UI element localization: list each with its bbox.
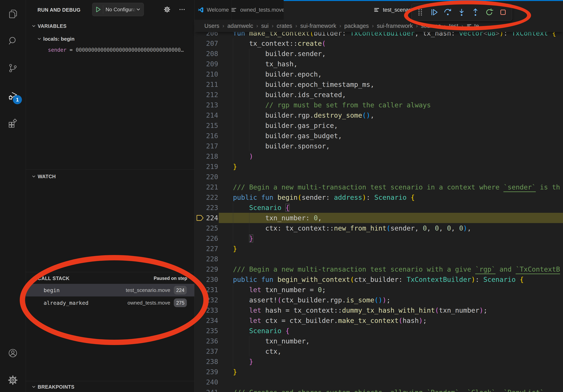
gear-icon[interactable] xyxy=(164,6,171,13)
activity-bar-item-accounts[interactable] xyxy=(8,348,18,358)
line-number[interactable]: 234 xyxy=(194,315,218,326)
line-number[interactable]: 239 xyxy=(194,367,218,377)
line-number[interactable]: 230 xyxy=(194,274,218,285)
line-number[interactable]: 233 xyxy=(194,305,218,315)
code-line-226[interactable]: 226 } xyxy=(194,233,563,244)
code-line-224[interactable]: 224 txn_number: 0, xyxy=(194,213,563,223)
activity-bar-item-source-control[interactable] xyxy=(8,63,18,73)
code-line-219[interactable]: 219} xyxy=(194,161,563,172)
drag-handle-button[interactable] xyxy=(413,5,427,19)
ellipsis-icon[interactable] xyxy=(179,6,186,13)
breadcrumb-item-sui[interactable]: sui xyxy=(261,23,269,29)
line-number[interactable]: 214 xyxy=(194,110,218,120)
breadcrumb-item-sources[interactable]: sources xyxy=(421,23,441,29)
line-number[interactable]: 222 xyxy=(194,192,218,203)
code-line-208[interactable]: 208 builder.sender, xyxy=(194,49,563,59)
code-line-211[interactable]: 211 builder.epoch_timestamp_ms, xyxy=(194,79,563,90)
variables-scope-row[interactable]: locals: begin xyxy=(26,34,194,44)
activity-bar-item-run-and-debug[interactable]: 1 xyxy=(8,91,18,101)
code-line-241[interactable]: 241/// Creates and shares system objects… xyxy=(194,387,563,392)
line-number[interactable]: 235 xyxy=(194,326,218,336)
line-number[interactable]: 220 xyxy=(194,172,218,182)
breadcrumb-item-crates[interactable]: crates xyxy=(277,23,292,29)
code-line-225[interactable]: 225 ctx: tx_context::new_from_hint(sende… xyxy=(194,223,563,233)
line-number[interactable]: 218 xyxy=(194,151,218,161)
activity-bar-item-search[interactable] xyxy=(8,36,18,46)
code-line-236[interactable]: 236 txn_number, xyxy=(194,336,563,346)
line-number[interactable]: 212 xyxy=(194,90,218,100)
code-line-217[interactable]: 217 builder.sponsor, xyxy=(194,141,563,151)
line-number[interactable]: 236 xyxy=(194,336,218,346)
code-line-235[interactable]: 235 Scenario { xyxy=(194,326,563,336)
activity-bar-item-manage[interactable] xyxy=(8,375,18,385)
code-line-233[interactable]: 233 let hash = tx_context::dummy_tx_hash… xyxy=(194,305,563,315)
code-line-210[interactable]: 210 builder.epoch, xyxy=(194,69,563,79)
code-line-228[interactable]: 228 xyxy=(194,254,563,264)
code-line-212[interactable]: 212 builder.ids_created, xyxy=(194,90,563,100)
line-number[interactable]: 216 xyxy=(194,131,218,141)
call-stack-frame-already_marked[interactable]: already_markedowned_tests.move275 xyxy=(26,297,194,309)
code-line-234[interactable]: 234 let ctx = ctx_builder.make_tx_contex… xyxy=(194,315,563,326)
code-line-209[interactable]: 209 tx_hash, xyxy=(194,59,563,69)
continue-button[interactable] xyxy=(427,5,441,19)
restart-button[interactable] xyxy=(482,5,496,19)
code-line-220[interactable]: 220 xyxy=(194,172,563,182)
code-line-229[interactable]: 229/// Begin a new multi-transaction tes… xyxy=(194,264,563,274)
line-number[interactable]: 228 xyxy=(194,254,218,264)
line-number[interactable]: 210 xyxy=(194,69,218,79)
line-number[interactable]: 231 xyxy=(194,285,218,295)
step-out-button[interactable] xyxy=(469,5,482,19)
code-line-222[interactable]: 222public fun begin(sender: address): Sc… xyxy=(194,192,563,203)
line-number[interactable]: 211 xyxy=(194,79,218,90)
line-number[interactable]: 227 xyxy=(194,244,218,254)
line-number[interactable]: 237 xyxy=(194,346,218,356)
activity-bar-item-explorer[interactable] xyxy=(8,9,18,19)
breadcrumb-item-packages[interactable]: packages xyxy=(344,23,369,29)
line-number[interactable]: 225 xyxy=(194,223,218,233)
code-line-218[interactable]: 218 ) xyxy=(194,151,563,161)
tab-Welcome[interactable]: Welcome xyxy=(194,0,232,20)
line-number[interactable]: 213 xyxy=(194,100,218,110)
tab-owned_tests.move[interactable]: owned_tests.move xyxy=(231,0,284,20)
code-line-223[interactable]: 223 Scenario { xyxy=(194,203,563,213)
line-number[interactable]: 208 xyxy=(194,49,218,59)
code-line-232[interactable]: 232 assert!(ctx_builder.rgp.is_some()); xyxy=(194,295,563,305)
line-number[interactable]: 221 xyxy=(194,182,218,192)
line-number[interactable]: 232 xyxy=(194,295,218,305)
code-line-215[interactable]: 215 builder.gas_price, xyxy=(194,120,563,131)
code-line-237[interactable]: 237 ctx, xyxy=(194,346,563,356)
line-number[interactable]: 207 xyxy=(194,38,218,49)
breadcrumb-item-sui-framework[interactable]: sui-framework xyxy=(300,23,336,29)
code-line-239[interactable]: 239} xyxy=(194,367,563,377)
code-line-207[interactable]: 207 tx_context::create( xyxy=(194,38,563,49)
code-line-216[interactable]: 216 builder.gas_budget, xyxy=(194,131,563,141)
line-number[interactable]: 229 xyxy=(194,264,218,274)
variable-row[interactable]: sender = 0000000000000000000000000000000… xyxy=(26,45,194,55)
code-line-214[interactable]: 214 builder.rgp.destroy_some(), xyxy=(194,110,563,120)
breadcrumb-item-file[interactable]: te xyxy=(466,23,479,29)
code-line-230[interactable]: 230public fun begin_with_context(ctx_bui… xyxy=(194,274,563,285)
breadcrumb-item-Users[interactable]: Users xyxy=(204,23,219,29)
call-stack-frame-begin[interactable]: begintest_scenario.move224 xyxy=(26,284,194,297)
code-editor[interactable]: 206fun make_tx_context(builder: TxContex… xyxy=(194,28,563,392)
line-number[interactable]: 226 xyxy=(194,233,218,244)
call-stack-section-header[interactable]: CALL STACK Paused on step xyxy=(26,273,194,284)
code-line-238[interactable]: 238 } xyxy=(194,356,563,367)
breakpoints-section-header[interactable]: BREAKPOINTS xyxy=(26,382,194,392)
step-over-button[interactable] xyxy=(441,5,455,19)
breadcrumb-item-test[interactable]: test xyxy=(449,23,458,29)
activity-bar-item-extensions[interactable] xyxy=(8,118,18,129)
stop-button[interactable] xyxy=(496,5,510,19)
breadcrumb-item-adamwelc[interactable]: adamwelc xyxy=(228,23,253,29)
play-icon[interactable] xyxy=(94,6,102,13)
line-number[interactable]: 209 xyxy=(194,59,218,69)
line-number[interactable]: 240 xyxy=(194,377,218,387)
watch-section-header[interactable]: WATCH xyxy=(26,170,194,183)
variables-section-header[interactable]: VARIABLES xyxy=(26,20,194,32)
code-line-240[interactable]: 240 xyxy=(194,377,563,387)
code-line-221[interactable]: 221/// Begin a new multi-transaction tes… xyxy=(194,182,563,192)
step-into-button[interactable] xyxy=(455,5,469,19)
line-number[interactable]: 223 xyxy=(194,203,218,213)
code-line-213[interactable]: 213 // rgp must be set from the caller a… xyxy=(194,100,563,110)
line-number[interactable]: 238 xyxy=(194,356,218,367)
